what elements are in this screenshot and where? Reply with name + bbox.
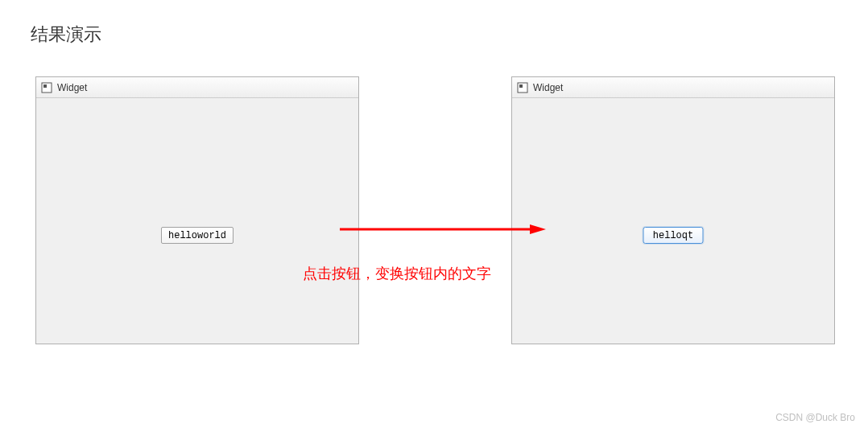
- svg-rect-1: [43, 84, 47, 88]
- window-title-right: Widget: [533, 82, 563, 93]
- svg-marker-5: [530, 224, 546, 234]
- titlebar-left: Widget: [36, 77, 358, 98]
- window-title-left: Widget: [57, 82, 87, 93]
- arrow-icon: [338, 224, 548, 235]
- window-icon: [41, 82, 52, 93]
- svg-rect-3: [519, 84, 523, 88]
- client-area-left: helloworld: [36, 98, 358, 344]
- window-icon: [517, 82, 528, 93]
- annotation-caption: 点击按钮，变换按钮内的文字: [303, 264, 491, 283]
- hello-button-left[interactable]: helloworld: [161, 227, 234, 244]
- hello-button-right[interactable]: helloqt: [643, 227, 704, 244]
- page-title: 结果演示: [31, 23, 101, 47]
- client-area-right: helloqt: [512, 98, 834, 344]
- titlebar-right: Widget: [512, 77, 834, 98]
- watermark: CSDN @Duck Bro: [775, 412, 855, 423]
- widget-window-left: Widget helloworld: [35, 76, 359, 344]
- widget-window-right: Widget helloqt: [511, 76, 835, 344]
